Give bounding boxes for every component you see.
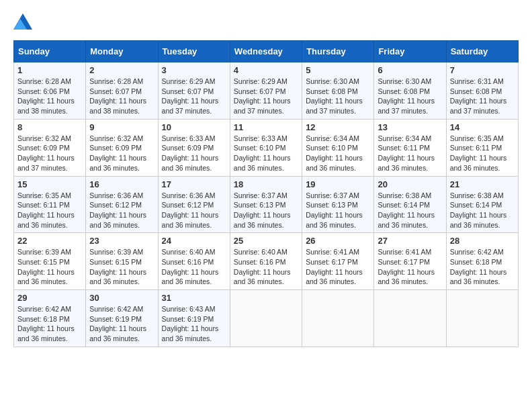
calendar-cell: 9Sunrise: 6:32 AMSunset: 6:09 PMDaylight… [86, 119, 158, 176]
logo [13, 13, 35, 30]
calendar-week-row: 22Sunrise: 6:39 AMSunset: 6:15 PMDayligh… [14, 233, 519, 290]
calendar-cell [302, 290, 374, 347]
day-number: 10 [162, 122, 226, 132]
day-number: 13 [378, 122, 442, 132]
header-tuesday: Tuesday [158, 41, 230, 62]
day-info: Sunrise: 6:36 AMSunset: 6:12 PMDaylight:… [89, 191, 154, 230]
header-friday: Friday [374, 41, 446, 62]
calendar-cell: 22Sunrise: 6:39 AMSunset: 6:15 PMDayligh… [14, 233, 86, 290]
day-number: 7 [450, 65, 515, 75]
day-info: Sunrise: 6:34 AMSunset: 6:10 PMDaylight:… [306, 134, 370, 173]
calendar-week-row: 1Sunrise: 6:28 AMSunset: 6:06 PMDaylight… [14, 62, 519, 120]
day-number: 31 [162, 293, 226, 303]
day-number: 19 [306, 179, 370, 189]
day-number: 20 [378, 179, 442, 189]
calendar-cell: 17Sunrise: 6:36 AMSunset: 6:12 PMDayligh… [158, 176, 230, 233]
day-info: Sunrise: 6:28 AMSunset: 6:07 PMDaylight:… [89, 77, 154, 116]
calendar-cell: 12Sunrise: 6:34 AMSunset: 6:10 PMDayligh… [302, 119, 374, 176]
day-info: Sunrise: 6:41 AMSunset: 6:17 PMDaylight:… [306, 247, 370, 287]
calendar-cell: 26Sunrise: 6:41 AMSunset: 6:17 PMDayligh… [302, 233, 374, 290]
day-info: Sunrise: 6:38 AMSunset: 6:14 PMDaylight:… [378, 191, 442, 230]
calendar-header-row: SundayMondayTuesdayWednesdayThursdayFrid… [14, 41, 519, 62]
calendar-cell: 10Sunrise: 6:33 AMSunset: 6:09 PMDayligh… [158, 119, 230, 176]
calendar-cell: 5Sunrise: 6:30 AMSunset: 6:08 PMDaylight… [302, 62, 374, 120]
day-info: Sunrise: 6:37 AMSunset: 6:13 PMDaylight:… [234, 191, 298, 230]
day-info: Sunrise: 6:39 AMSunset: 6:15 PMDaylight:… [17, 247, 82, 287]
day-info: Sunrise: 6:40 AMSunset: 6:16 PMDaylight:… [162, 247, 226, 287]
day-info: Sunrise: 6:33 AMSunset: 6:09 PMDaylight:… [162, 134, 226, 173]
day-info: Sunrise: 6:36 AMSunset: 6:12 PMDaylight:… [162, 191, 226, 230]
calendar-cell: 11Sunrise: 6:33 AMSunset: 6:10 PMDayligh… [230, 119, 302, 176]
day-info: Sunrise: 6:42 AMSunset: 6:18 PMDaylight:… [450, 247, 515, 287]
day-info: Sunrise: 6:28 AMSunset: 6:06 PMDaylight:… [17, 77, 82, 116]
calendar-cell [446, 290, 518, 347]
day-info: Sunrise: 6:34 AMSunset: 6:11 PMDaylight:… [378, 134, 442, 173]
day-number: 8 [17, 122, 82, 132]
day-number: 26 [306, 236, 370, 246]
calendar-cell: 1Sunrise: 6:28 AMSunset: 6:06 PMDaylight… [14, 62, 86, 120]
calendar-cell: 8Sunrise: 6:32 AMSunset: 6:09 PMDaylight… [14, 119, 86, 176]
calendar-cell: 3Sunrise: 6:29 AMSunset: 6:07 PMDaylight… [158, 62, 230, 120]
day-info: Sunrise: 6:35 AMSunset: 6:11 PMDaylight:… [17, 191, 82, 230]
header-sunday: Sunday [14, 41, 86, 62]
day-number: 6 [378, 65, 442, 75]
day-info: Sunrise: 6:32 AMSunset: 6:09 PMDaylight:… [89, 134, 154, 173]
day-number: 2 [89, 65, 154, 75]
header-saturday: Saturday [446, 41, 518, 62]
day-number: 11 [234, 122, 298, 132]
calendar-table: SundayMondayTuesdayWednesdayThursdayFrid… [13, 40, 519, 347]
header-thursday: Thursday [302, 41, 374, 62]
day-info: Sunrise: 6:30 AMSunset: 6:08 PMDaylight:… [306, 77, 370, 116]
calendar-cell: 28Sunrise: 6:42 AMSunset: 6:18 PMDayligh… [446, 233, 518, 290]
day-info: Sunrise: 6:29 AMSunset: 6:07 PMDaylight:… [234, 77, 298, 116]
day-info: Sunrise: 6:37 AMSunset: 6:13 PMDaylight:… [306, 191, 370, 230]
calendar-cell [230, 290, 302, 347]
calendar-cell: 16Sunrise: 6:36 AMSunset: 6:12 PMDayligh… [86, 176, 158, 233]
day-info: Sunrise: 6:31 AMSunset: 6:08 PMDaylight:… [450, 77, 515, 116]
calendar-cell: 25Sunrise: 6:40 AMSunset: 6:16 PMDayligh… [230, 233, 302, 290]
day-info: Sunrise: 6:29 AMSunset: 6:07 PMDaylight:… [162, 77, 226, 116]
calendar-cell: 7Sunrise: 6:31 AMSunset: 6:08 PMDaylight… [446, 62, 518, 120]
day-info: Sunrise: 6:38 AMSunset: 6:14 PMDaylight:… [450, 191, 515, 230]
calendar-cell: 13Sunrise: 6:34 AMSunset: 6:11 PMDayligh… [374, 119, 446, 176]
calendar-cell: 19Sunrise: 6:37 AMSunset: 6:13 PMDayligh… [302, 176, 374, 233]
calendar-cell: 31Sunrise: 6:43 AMSunset: 6:19 PMDayligh… [158, 290, 230, 347]
logo-icon [13, 13, 32, 30]
day-info: Sunrise: 6:41 AMSunset: 6:17 PMDaylight:… [378, 247, 442, 287]
page-header [13, 13, 519, 30]
day-info: Sunrise: 6:33 AMSunset: 6:10 PMDaylight:… [234, 134, 298, 173]
day-number: 21 [450, 179, 515, 189]
day-number: 23 [89, 236, 154, 246]
day-number: 22 [17, 236, 82, 246]
day-info: Sunrise: 6:32 AMSunset: 6:09 PMDaylight:… [17, 134, 82, 173]
day-number: 3 [162, 65, 226, 75]
calendar-cell: 24Sunrise: 6:40 AMSunset: 6:16 PMDayligh… [158, 233, 230, 290]
day-number: 15 [17, 179, 82, 189]
day-number: 24 [162, 236, 226, 246]
day-number: 5 [306, 65, 370, 75]
day-info: Sunrise: 6:40 AMSunset: 6:16 PMDaylight:… [234, 247, 298, 287]
day-number: 25 [234, 236, 298, 246]
calendar-cell: 29Sunrise: 6:42 AMSunset: 6:18 PMDayligh… [14, 290, 86, 347]
calendar-cell: 4Sunrise: 6:29 AMSunset: 6:07 PMDaylight… [230, 62, 302, 120]
day-info: Sunrise: 6:35 AMSunset: 6:11 PMDaylight:… [450, 134, 515, 173]
day-info: Sunrise: 6:30 AMSunset: 6:08 PMDaylight:… [378, 77, 442, 116]
calendar-cell: 20Sunrise: 6:38 AMSunset: 6:14 PMDayligh… [374, 176, 446, 233]
calendar-week-row: 29Sunrise: 6:42 AMSunset: 6:18 PMDayligh… [14, 290, 519, 347]
day-info: Sunrise: 6:42 AMSunset: 6:19 PMDaylight:… [89, 304, 154, 344]
calendar-cell: 2Sunrise: 6:28 AMSunset: 6:07 PMDaylight… [86, 62, 158, 120]
day-number: 27 [378, 236, 442, 246]
header-wednesday: Wednesday [230, 41, 302, 62]
day-number: 12 [306, 122, 370, 132]
day-number: 4 [234, 65, 298, 75]
day-number: 28 [450, 236, 515, 246]
day-number: 1 [17, 65, 82, 75]
calendar-cell: 23Sunrise: 6:39 AMSunset: 6:15 PMDayligh… [86, 233, 158, 290]
day-info: Sunrise: 6:43 AMSunset: 6:19 PMDaylight:… [162, 304, 226, 344]
day-number: 29 [17, 293, 82, 303]
header-monday: Monday [86, 41, 158, 62]
calendar-cell: 21Sunrise: 6:38 AMSunset: 6:14 PMDayligh… [446, 176, 518, 233]
day-number: 16 [89, 179, 154, 189]
calendar-week-row: 8Sunrise: 6:32 AMSunset: 6:09 PMDaylight… [14, 119, 519, 176]
day-info: Sunrise: 6:39 AMSunset: 6:15 PMDaylight:… [89, 247, 154, 287]
